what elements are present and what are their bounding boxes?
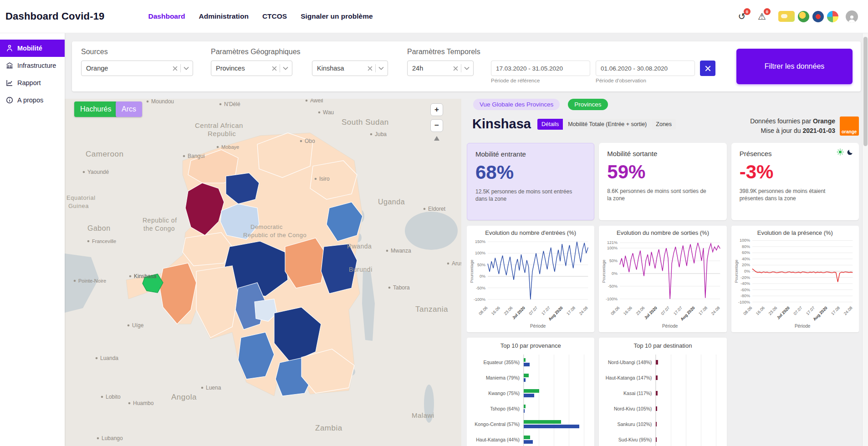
- chevron-down-icon[interactable]: [378, 66, 384, 70]
- stat-card-mobilite-sortante[interactable]: Mobilité sortante 59% 8.6K personnes de …: [599, 143, 726, 220]
- svg-text:Democratic: Democratic: [250, 223, 283, 230]
- partner-logos: [778, 11, 838, 22]
- province-shape[interactable]: [285, 238, 327, 288]
- observation-period-input[interactable]: 01.06.2020 - 30.08.2020: [596, 61, 695, 76]
- svg-text:16.06: 16.06: [490, 305, 501, 316]
- source-select[interactable]: Orange: [81, 61, 193, 76]
- clear-icon[interactable]: [173, 66, 178, 71]
- chevron-down-icon[interactable]: [184, 66, 189, 70]
- clear-icon[interactable]: [453, 66, 458, 71]
- bar-track: [655, 355, 721, 370]
- clear-dates-button[interactable]: [700, 61, 715, 76]
- bar-segment[interactable]: [524, 440, 533, 444]
- bar-segment[interactable]: [656, 406, 657, 411]
- bar-segment[interactable]: [524, 358, 526, 362]
- bar-segment[interactable]: [656, 391, 658, 395]
- map-container[interactable]: MoundouN'DéléAweilWauSouth SudanCentral …: [65, 99, 461, 446]
- bar-segment[interactable]: [656, 360, 658, 365]
- zoom-out-button[interactable]: −: [430, 119, 443, 132]
- tab-zones[interactable]: Zones: [652, 119, 676, 130]
- geo-level-select[interactable]: Provinces: [211, 61, 292, 76]
- user-avatar[interactable]: [846, 10, 858, 23]
- filter-data-button[interactable]: Filtrer les données: [736, 49, 853, 84]
- tab-mobilite-totale[interactable]: Mobilité Totale (Entrée + sortie): [564, 119, 651, 130]
- sidebar-item-rapport[interactable]: Rapport: [0, 74, 65, 91]
- bar-category-label: Nord-Kivu (105%): [604, 406, 655, 411]
- bar-track: [655, 416, 721, 432]
- bar-segment[interactable]: [656, 422, 657, 426]
- tab-details[interactable]: Détails: [537, 119, 563, 130]
- bar-segment[interactable]: [656, 375, 658, 380]
- alerts-button[interactable]: ⚠ 0: [756, 10, 768, 23]
- chevron-down-icon[interactable]: [283, 66, 288, 70]
- sidebar-item-infrastructure[interactable]: Infrastructure: [0, 57, 65, 74]
- bar-row: Nord-Kivu (105%): [604, 401, 721, 416]
- province-shape[interactable]: [183, 233, 232, 266]
- page-scrollbar[interactable]: [862, 33, 868, 446]
- nav-report-problem[interactable]: Signaler un problème: [301, 12, 373, 20]
- bar-segment[interactable]: [524, 420, 561, 424]
- clear-icon[interactable]: [368, 66, 373, 71]
- chart-title: Evolution de la présence (%): [733, 229, 857, 236]
- bar-segment[interactable]: [524, 436, 530, 439]
- svg-text:17.08: 17.08: [698, 305, 709, 316]
- bar-segment[interactable]: [524, 405, 526, 408]
- interval-select[interactable]: 24h: [407, 61, 474, 76]
- svg-text:Pourcentage: Pourcentage: [602, 259, 606, 283]
- svg-text:Période: Période: [662, 324, 678, 329]
- scrollbar-thumb[interactable]: [863, 37, 868, 146]
- sidebar-item-mobilite[interactable]: Mobilité: [0, 40, 65, 57]
- bar-segment[interactable]: [524, 378, 526, 382]
- bar-segment[interactable]: [524, 425, 579, 428]
- line-chart-sorties[interactable]: 121%100%50%0%-50%-100%08.0616.0623.06Jul…: [601, 236, 725, 329]
- nav-ctcos[interactable]: CTCOS: [262, 12, 287, 20]
- svg-text:Période: Période: [795, 324, 811, 329]
- chart-title: Evolution du nombre de sorties (%): [601, 229, 725, 236]
- nav-administration[interactable]: Administration: [199, 12, 249, 20]
- provinces-button[interactable]: Provinces: [568, 99, 608, 110]
- arcs-toggle-button[interactable]: Arcs: [116, 101, 142, 117]
- svg-text:South Sudan: South Sudan: [342, 118, 389, 127]
- bar-row: Tshopo (64%): [472, 401, 589, 416]
- geo-zone-select[interactable]: Kinshasa: [312, 61, 388, 76]
- svg-text:24.08: 24.08: [578, 305, 589, 316]
- nav-dashboard[interactable]: Dashboard: [148, 12, 185, 20]
- zoom-in-button[interactable]: +: [430, 103, 443, 116]
- bar-segment[interactable]: [524, 389, 539, 393]
- line-chart-icon: [6, 79, 13, 86]
- reference-period-input[interactable]: 17.03.2020 - 31.05.2020: [491, 61, 590, 76]
- bar-plot-destination[interactable]: Nord-Ubangi (148%)Haut-Katanga (147%)Kas…: [604, 355, 721, 446]
- bar-row: Maniema (79%): [472, 370, 589, 385]
- map-zoom-controls: + −: [430, 103, 443, 141]
- svg-text:Pourcentage: Pourcentage: [470, 259, 474, 283]
- bar-segment[interactable]: [524, 394, 534, 397]
- stat-card-presences[interactable]: Présences -3% 398.9K personnes de moins …: [731, 143, 859, 220]
- province-shape[interactable]: [196, 266, 238, 338]
- stat-description: 398.9K personnes de moins étaient présen…: [740, 188, 842, 202]
- svg-text:07.07: 07.07: [660, 305, 671, 316]
- bar-segment[interactable]: [524, 374, 529, 377]
- bar-segment[interactable]: [524, 409, 525, 413]
- stat-card-mobilite-entrante[interactable]: Mobilité entrante 68% 12.5K personnes de…: [467, 143, 594, 220]
- svg-text:100%: 100%: [607, 246, 618, 250]
- sidebar-item-label: Rapport: [17, 79, 41, 86]
- hachures-toggle-button[interactable]: Hachurés: [74, 101, 117, 117]
- bar-plot-provenance[interactable]: Equateur (355%)Maniema (79%)Kwango (75%)…: [472, 355, 589, 446]
- bar-segment[interactable]: [524, 363, 530, 366]
- chart-card-sorties: Evolution du nombre de sorties (%) 121%1…: [599, 226, 726, 332]
- provider-name: Orange: [813, 117, 835, 125]
- sun-icon[interactable]: [837, 148, 844, 156]
- choropleth-map[interactable]: MoundouN'DéléAweilWauSouth SudanCentral …: [65, 99, 461, 446]
- partner-logo-4: [827, 11, 838, 22]
- compass-reset-icon[interactable]: [434, 136, 440, 141]
- view-global-provinces-button[interactable]: Vue Globale des Provinces: [473, 99, 560, 110]
- line-chart-presence[interactable]: 100%80%60%40%20%0%-20%-40%-60%-80%-100%0…: [733, 236, 857, 329]
- bar-segment[interactable]: [656, 437, 657, 442]
- line-chart-entrees[interactable]: 150%100%50%0%-50%-100%08.0616.0623.06Jul…: [469, 236, 592, 329]
- sidebar-item-apropos[interactable]: A propos: [0, 91, 65, 109]
- chevron-down-icon[interactable]: [464, 66, 470, 70]
- history-button[interactable]: ↺ 0: [735, 10, 748, 23]
- moon-icon[interactable]: [847, 149, 853, 155]
- svg-text:17.08: 17.08: [566, 305, 576, 316]
- clear-icon[interactable]: [272, 66, 277, 71]
